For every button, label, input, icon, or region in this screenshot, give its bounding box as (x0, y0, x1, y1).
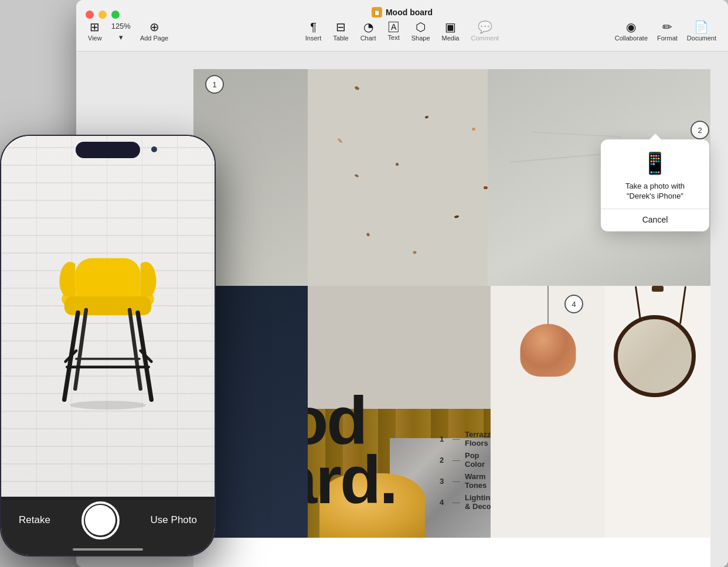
iphone-device: Retake Use Photo (0, 135, 216, 556)
legend-item-2: 2 — Pop Color (440, 451, 491, 469)
toolbar-right: ◉ Collaborate ✏ Format 📄 Document (615, 21, 716, 42)
text-icon: A (389, 22, 399, 32)
center-cell: Mood Board. 1 — Terrazzo Floors 2 — (308, 286, 491, 538)
table-icon: ⊟ (336, 21, 346, 33)
view-button[interactable]: ⊞ View (88, 21, 102, 42)
title-text: Mood board (386, 8, 433, 17)
title-bar: 📋 Mood board ⊞ View 125% ▾ ⊕ Add Page (76, 0, 728, 52)
chart-icon: ◔ (363, 21, 373, 33)
zoom-control[interactable]: 125% ▾ (111, 22, 131, 42)
cancel-button[interactable]: Cancel (610, 215, 700, 224)
svg-point-11 (70, 401, 146, 409)
row-2: Mood Board. 1 — Terrazzo Floors 2 — (193, 286, 710, 538)
legend-list: 1 — Terrazzo Floors 2 — Pop Color 3 — (440, 430, 491, 514)
lamp-cell (491, 286, 605, 538)
legend-item-1: 1 — Terrazzo Floors (440, 430, 491, 448)
comment-button[interactable]: 💬 Comment (471, 21, 499, 42)
iphone-screen: Retake Use Photo (1, 136, 215, 555)
chart-label: Chart (360, 35, 376, 42)
shutter-button[interactable] (81, 501, 120, 539)
popup-divider (601, 209, 709, 209)
collaborate-icon: ◉ (626, 21, 636, 33)
legend-item-4: 4 — Lighting & Decor (440, 493, 491, 511)
photo-preview (1, 136, 215, 500)
toolbar-center: ¶ Insert ⊟ Table ◔ Chart A Text ⬡ Shap (305, 21, 499, 42)
comment-label: Comment (471, 35, 499, 42)
document-button[interactable]: 📄 Document (687, 21, 716, 42)
app-icon: 📋 (372, 7, 382, 18)
document-label: Document (687, 35, 716, 42)
zoom-chevron: ▾ (119, 33, 123, 42)
svg-rect-1 (75, 258, 140, 301)
view-icon: ⊞ (90, 21, 100, 33)
document-icon: 📄 (694, 21, 709, 33)
page-badge-2: 2 (690, 121, 709, 139)
page-badge-1: 1 (205, 75, 224, 94)
add-page-button[interactable]: ⊕ Add Page (140, 21, 168, 42)
close-button[interactable] (86, 11, 94, 19)
format-label: Format (657, 35, 678, 42)
shape-label: Shape (411, 35, 430, 42)
add-page-icon: ⊕ (149, 21, 159, 33)
insert-label: Insert (305, 35, 322, 42)
toolbar: ⊞ View 125% ▾ ⊕ Add Page ¶ Insert (76, 21, 728, 42)
legend-item-3: 3 — Warm Tones (440, 472, 491, 490)
terrazzo-cell (308, 69, 488, 286)
media-label: Media (442, 35, 460, 42)
add-page-label: Add Page (140, 35, 168, 42)
traffic-lights (86, 11, 120, 19)
shape-icon: ⬡ (416, 21, 426, 33)
format-button[interactable]: ✏ Format (657, 21, 678, 42)
minimize-button[interactable] (98, 11, 107, 19)
window-title: 📋 Mood board (372, 7, 433, 18)
chair-svg (32, 213, 184, 423)
use-photo-button[interactable]: Use Photo (151, 514, 197, 526)
mirror-cell (605, 286, 710, 538)
shape-button[interactable]: ⬡ Shape (411, 21, 430, 42)
iphone-bottom-bar: Retake Use Photo (1, 497, 215, 555)
collaborate-button[interactable]: ◉ Collaborate (615, 21, 648, 42)
chart-button[interactable]: ◔ Chart (360, 21, 376, 42)
popup-phone-icon: 📱 (610, 151, 700, 176)
view-label: View (88, 35, 102, 42)
home-bar (73, 548, 143, 551)
table-label: Table (333, 35, 348, 42)
iphone-popup: 📱 Take a photo with"Derek's iPhone" Canc… (601, 139, 709, 231)
format-icon: ✏ (662, 21, 672, 33)
zoom-value: 125% (111, 22, 131, 30)
pillow (319, 473, 425, 538)
text-button[interactable]: A Text (388, 22, 400, 41)
popup-message: Take a photo with"Derek's iPhone" (610, 182, 700, 201)
collaborate-label: Collaborate (615, 35, 648, 42)
page-badge-4: 4 (564, 295, 583, 313)
insert-icon: ¶ (310, 21, 317, 33)
media-button[interactable]: ▣ Media (442, 21, 460, 42)
retake-button[interactable]: Retake (19, 514, 50, 526)
toolbar-left: ⊞ View 125% ▾ ⊕ Add Page (88, 21, 168, 42)
maximize-button[interactable] (111, 11, 120, 19)
media-icon: ▣ (445, 21, 456, 33)
table-button[interactable]: ⊟ Table (333, 21, 348, 42)
insert-button[interactable]: ¶ Insert (305, 21, 322, 42)
comment-icon: 💬 (478, 21, 492, 33)
text-label: Text (388, 34, 400, 41)
